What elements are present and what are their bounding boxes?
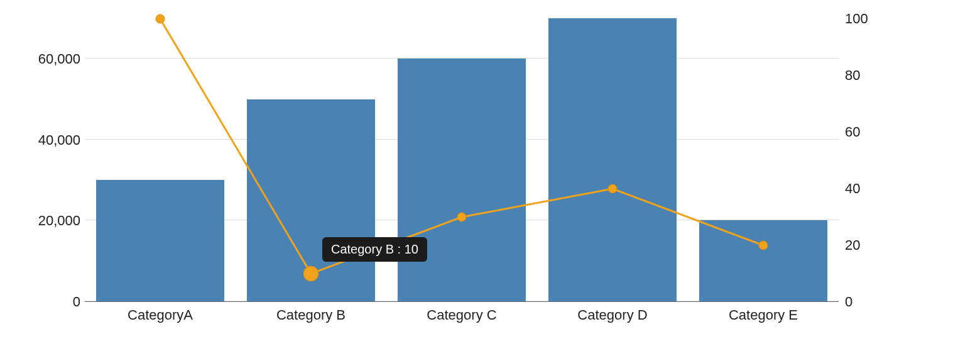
y-right-tick-label: 0: [845, 294, 852, 310]
y-right-tick-label: 40: [845, 181, 860, 197]
tooltip: Category B : 10: [322, 237, 427, 262]
x-tick-label: Category D: [577, 307, 647, 323]
y-right-tick-label: 20: [845, 237, 860, 254]
x-tick-label: Category B: [276, 307, 346, 323]
y-left-tick-label: 40,000: [38, 132, 80, 148]
y-left-tick-label: 0: [73, 294, 80, 310]
y-left-tick-label: 20,000: [38, 213, 80, 229]
x-tick-label: Category E: [729, 307, 798, 323]
line-point[interactable]: [303, 266, 318, 281]
x-tick-label: Category C: [427, 307, 496, 323]
line-point[interactable]: [759, 241, 768, 250]
y-left-tick-label: 60,000: [38, 51, 80, 67]
line-point[interactable]: [608, 184, 617, 193]
y-right-tick-label: 100: [845, 11, 868, 27]
y-right-tick-label: 80: [845, 67, 860, 84]
combo-chart: 020,00040,00060,000020406080100CategoryA…: [0, 0, 980, 346]
line-point[interactable]: [156, 14, 165, 23]
line-path: [160, 19, 763, 274]
y-right-tick-label: 60: [845, 124, 860, 140]
line-point[interactable]: [457, 213, 466, 221]
x-tick-label: CategoryA: [128, 307, 193, 323]
line-series: [85, 19, 839, 302]
